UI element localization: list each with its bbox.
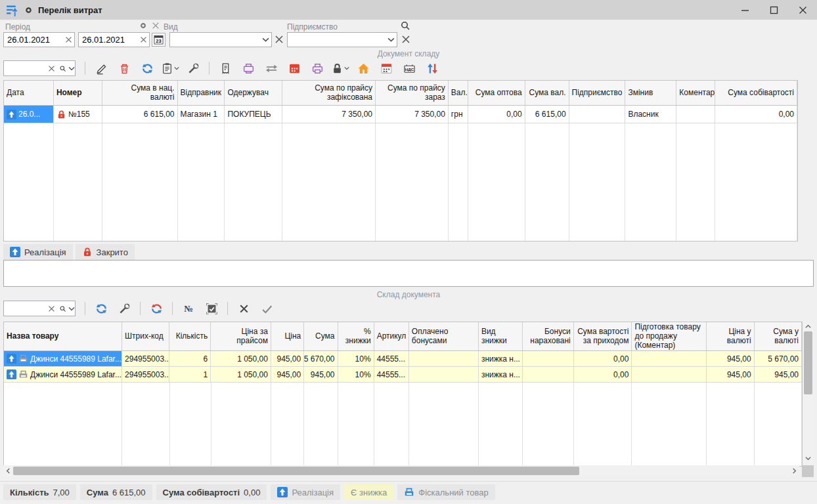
table-cell[interactable]: 945,00 <box>707 367 754 382</box>
enterprise-search-button[interactable] <box>400 20 410 31</box>
table-cell[interactable]: 0,00 <box>715 106 797 123</box>
scroll-left-button[interactable] <box>3 465 13 476</box>
table-cell[interactable]: №155 <box>54 106 102 123</box>
column-header[interactable]: Артикул <box>374 322 409 350</box>
apply-button[interactable] <box>256 300 277 317</box>
table-cell[interactable]: 0,00 <box>468 106 525 123</box>
transfer-button[interactable] <box>261 60 282 77</box>
items-vertical-scrollbar[interactable] <box>803 322 814 463</box>
table-cell[interactable] <box>569 106 626 123</box>
enterprise-clear-button[interactable] <box>401 35 410 44</box>
magnifier-icon[interactable] <box>57 63 68 74</box>
maximize-button[interactable] <box>759 0 788 20</box>
receipt-button[interactable] <box>215 60 236 77</box>
table-cell[interactable] <box>523 351 573 366</box>
select-all-button[interactable] <box>201 300 222 317</box>
table-row[interactable]: Джинси 44555989 Lafar...294955003...61 0… <box>4 351 802 367</box>
table-cell[interactable]: ПОКУПЕЦЬ <box>225 106 282 123</box>
table-cell[interactable]: 5 670,00 <box>755 351 802 366</box>
items-horizontal-scrollbar[interactable] <box>3 465 799 476</box>
edit-button[interactable] <box>91 60 112 77</box>
type-clear-button[interactable] <box>275 35 284 44</box>
date-to-clear-icon[interactable] <box>138 34 149 45</box>
table-cell[interactable]: 945,00 <box>707 351 754 366</box>
table-cell[interactable]: 294955003... <box>122 351 169 366</box>
table-cell[interactable] <box>523 367 573 382</box>
column-header[interactable]: Ціна за прайсом <box>211 322 271 350</box>
table-cell[interactable]: 7 350,00 <box>376 106 449 123</box>
period-settings-button[interactable] <box>139 21 148 30</box>
enterprise-select[interactable] <box>287 32 397 47</box>
search-clear-icon[interactable] <box>46 303 57 314</box>
numbering-button[interactable]: № <box>178 300 199 317</box>
column-header[interactable]: Сума вал. <box>525 81 569 105</box>
date-from-input[interactable] <box>4 35 63 45</box>
column-header[interactable]: Коментар <box>676 81 715 105</box>
column-header[interactable]: Підготовка товару до продажу (Коментар) <box>632 322 707 350</box>
column-header[interactable]: Бонуси нараховані <box>523 322 573 350</box>
table-cell[interactable]: 7 350,00 <box>282 106 376 123</box>
table-cell[interactable]: 0,00 <box>574 367 632 382</box>
column-header[interactable]: Номер <box>54 81 102 105</box>
date-to-input[interactable] <box>79 35 138 45</box>
copy-document-button[interactable] <box>160 60 181 77</box>
column-header[interactable]: Сума у валюті <box>755 322 802 350</box>
table-cell[interactable]: 10% <box>338 367 374 382</box>
home-button[interactable] <box>353 60 374 77</box>
table-cell[interactable]: Власник <box>625 106 676 123</box>
column-header[interactable]: Вид знижки <box>479 322 523 350</box>
refresh-button[interactable] <box>137 60 158 77</box>
scroll-right-button[interactable] <box>789 465 799 476</box>
column-header[interactable]: Вал. <box>449 81 468 105</box>
table-row[interactable]: Джинси 44555989 Lafar...294955003...11 0… <box>4 367 802 383</box>
table-cell[interactable] <box>409 351 479 366</box>
table-cell[interactable]: 1 050,00 <box>211 351 271 366</box>
chevron-down-icon[interactable] <box>68 303 75 314</box>
table-cell[interactable]: 6 <box>169 351 211 366</box>
items-search-input[interactable] <box>4 304 46 314</box>
table-cell[interactable]: 0,00 <box>574 351 632 366</box>
table-row[interactable]: 26.0...№1556 615,00Магазин 1ПОКУПЕЦЬ7 35… <box>4 106 797 123</box>
reload-items-button[interactable] <box>146 300 167 317</box>
delete-button[interactable] <box>114 60 135 77</box>
column-header[interactable]: Назва товару <box>4 322 122 350</box>
column-header[interactable]: Сума <box>304 322 338 350</box>
print-button[interactable] <box>307 60 328 77</box>
table-cell[interactable]: Джинси 44555989 Lafar... <box>4 351 122 366</box>
table-cell[interactable]: знижка н... <box>479 351 523 366</box>
sort-button[interactable] <box>422 60 443 77</box>
table-cell[interactable]: 294955003... <box>122 367 169 382</box>
service-button[interactable] <box>183 60 204 77</box>
horizontal-scroll-thumb[interactable] <box>13 467 579 475</box>
document-search-input[interactable] <box>4 64 46 74</box>
chevron-down-icon[interactable] <box>260 34 271 45</box>
table-cell[interactable]: 5 670,00 <box>304 351 338 366</box>
column-header[interactable]: Сума по прайсу зафіксована <box>282 81 376 105</box>
table-cell[interactable]: 6 615,00 <box>102 106 178 123</box>
table-cell[interactable]: 945,00 <box>271 367 304 382</box>
table-cell[interactable]: 44555... <box>374 351 409 366</box>
tag-closed[interactable]: Закрито <box>76 244 135 260</box>
column-header[interactable]: Оплачено бонусами <box>409 322 479 350</box>
column-header[interactable]: Ціна <box>271 322 304 350</box>
close-button[interactable] <box>788 0 817 20</box>
tag-realization[interactable]: Реалізація <box>3 244 73 260</box>
table-cell[interactable]: 26.0... <box>4 106 54 123</box>
table-cell[interactable]: знижка н... <box>479 367 523 382</box>
column-header[interactable]: Одержувач <box>225 81 282 105</box>
vertical-scroll-thumb[interactable] <box>804 331 812 394</box>
clear-button[interactable] <box>233 300 254 317</box>
table-cell[interactable]: 945,00 <box>304 367 338 382</box>
type-select[interactable] <box>169 32 272 47</box>
date-from-clear-icon[interactable] <box>63 34 74 45</box>
table-cell[interactable]: 945,00 <box>755 367 802 382</box>
lock-button[interactable] <box>330 60 351 77</box>
minimize-button[interactable] <box>730 0 759 20</box>
calendar-button[interactable] <box>376 60 397 77</box>
column-header[interactable]: Дата <box>4 81 54 105</box>
table-cell[interactable]: 6 615,00 <box>525 106 569 123</box>
refresh-button[interactable] <box>91 300 112 317</box>
column-header[interactable]: Сума в нац. валюті <box>102 81 178 105</box>
search-clear-icon[interactable] <box>46 63 57 74</box>
calendar-picker-button[interactable]: 23 <box>152 33 166 47</box>
